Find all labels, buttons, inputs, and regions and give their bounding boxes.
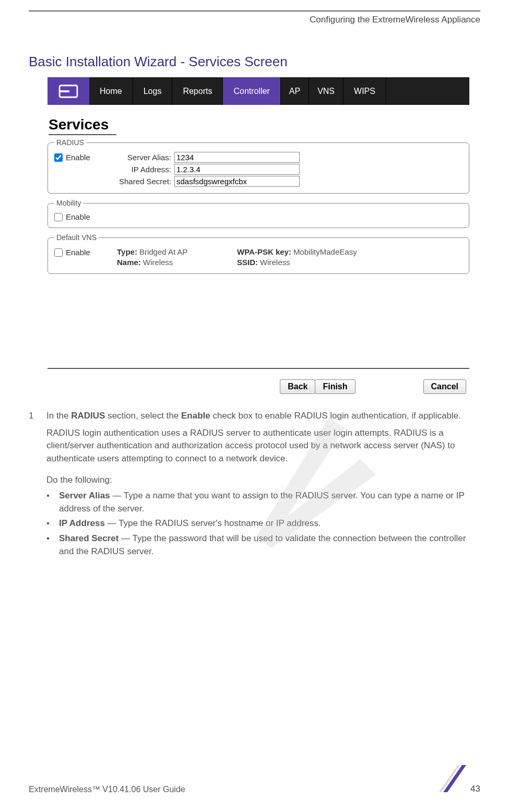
back-button[interactable]: Back (280, 379, 315, 394)
finish-button[interactable]: Finish (315, 379, 355, 394)
mobility-fieldset: Mobility Enable (48, 199, 469, 228)
radius-enable-checkbox[interactable] (54, 153, 63, 162)
section-title: Basic Installation Wizard - Services Scr… (29, 54, 480, 70)
radius-legend: RADIUS (54, 138, 86, 147)
logo-cell[interactable] (48, 77, 89, 105)
vns-enable-label: Enable (66, 248, 90, 257)
ip-address-rest: — Type the RADIUS server's hostname or I… (105, 518, 321, 528)
tab-home[interactable]: Home (89, 77, 133, 105)
mobility-enable-checkbox[interactable] (54, 213, 63, 221)
footer-slash-icon (439, 765, 466, 794)
services-heading: Services (49, 116, 116, 135)
shared-secret-label: Shared Secret: (112, 177, 174, 186)
mobility-enable-label: Enable (66, 212, 90, 221)
footer-guide-title: ExtremeWireless™ V10.41.06 User Guide (29, 785, 185, 794)
vns-type-label: Type: (117, 247, 137, 256)
svg-marker-3 (443, 765, 466, 792)
server-alias-bold: Server Alias (59, 491, 110, 500)
ip-address-label: IP Address: (112, 165, 174, 174)
vns-name-value: Wireless (143, 258, 173, 267)
ip-address-bold: IP Address (59, 518, 105, 528)
server-alias-label: Server Alias: (112, 153, 174, 162)
mobility-legend: Mobility (54, 199, 83, 207)
default-vns-fieldset: Default VNS Enable Type:Bridged At AP WP… (48, 233, 469, 274)
shared-secret-bold: Shared Secret (59, 533, 119, 543)
step-number-1: 1 (29, 410, 46, 560)
shared-secret-rest: — Type the password that will be used to… (59, 533, 466, 556)
chapter-title: Configuring the ExtremeWireless Applianc… (29, 15, 480, 25)
default-vns-legend: Default VNS (54, 233, 99, 242)
nav-tabs: Home Logs Reports Controller AP VNS WIPS (48, 77, 469, 105)
radius-enable-label: Enable (66, 153, 90, 162)
vns-ssid-label: SSID: (237, 258, 258, 267)
vns-enable-checkbox[interactable] (54, 248, 63, 257)
vns-wpa-label: WPA-PSK key: (237, 247, 291, 256)
step1-text-a: In the (46, 411, 71, 421)
instruction-text: 1 In the RADIUS section, select the Enab… (29, 410, 480, 560)
vns-name-label: Name: (117, 258, 141, 267)
page-footer: ExtremeWireless™ V10.41.06 User Guide 43 (29, 765, 480, 794)
do-following: Do the following: (46, 474, 480, 487)
tab-controller[interactable]: Controller (223, 77, 280, 105)
page-number: 43 (470, 784, 480, 794)
tab-vns[interactable]: VNS (309, 77, 344, 105)
extreme-logo-icon (58, 83, 78, 99)
wizard-footer: Back Finish Cancel (48, 368, 469, 394)
tab-wips[interactable]: WIPS (344, 77, 386, 105)
server-alias-rest: — Type a name that you want to assign to… (59, 491, 465, 514)
wizard-screenshot: Home Logs Reports Controller AP VNS WIPS… (48, 77, 469, 394)
cancel-button[interactable]: Cancel (423, 379, 466, 394)
step1-paragraph: RADIUS login authentication uses a RADIU… (46, 427, 480, 465)
tab-reports[interactable]: Reports (172, 77, 223, 105)
bullet-shared-secret: • Shared Secret — Type the password that… (46, 532, 480, 558)
vns-wpa-value: MobilityMadeEasy (293, 247, 357, 256)
tab-logs[interactable]: Logs (133, 77, 173, 105)
ip-address-input[interactable] (174, 164, 300, 175)
tab-ap[interactable]: AP (281, 77, 309, 105)
bullet-ip-address: • IP Address — Type the RADIUS server's … (46, 517, 480, 530)
header-rule (29, 10, 480, 11)
svg-rect-1 (60, 90, 69, 92)
bullet-server-alias: • Server Alias — Type a name that you wa… (46, 489, 480, 515)
step1-text-e: check box to enable RADIUS login authent… (210, 411, 461, 421)
step1-radius-bold: RADIUS (71, 411, 105, 421)
vns-type-value: Bridged At AP (139, 247, 188, 256)
step1-enable-bold: Enable (181, 411, 210, 421)
shared-secret-input[interactable] (174, 176, 300, 187)
server-alias-input[interactable] (174, 152, 300, 163)
step1-text-c: section, select the (105, 411, 181, 421)
vns-ssid-value: Wireless (260, 258, 290, 267)
radius-fieldset: RADIUS Enable Server Alias: IP Address: … (48, 138, 469, 194)
